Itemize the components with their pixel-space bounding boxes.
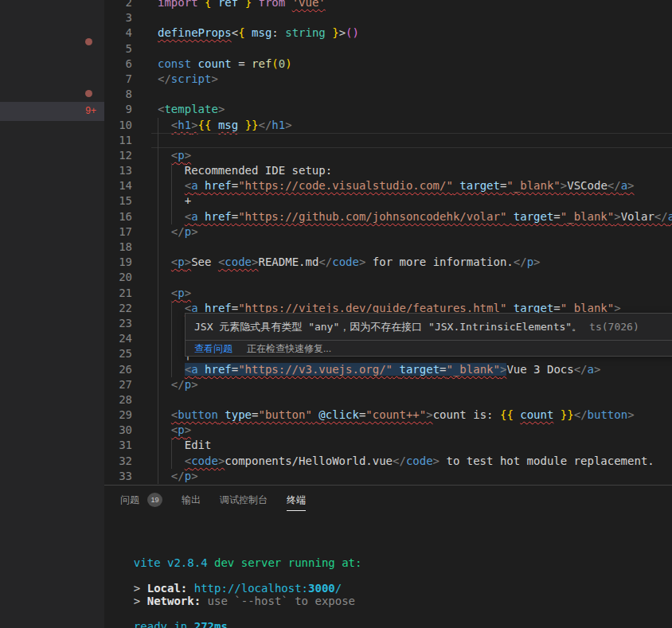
code-line-content: Edit bbox=[132, 438, 672, 453]
code-token: = bbox=[553, 210, 560, 223]
code-token: href bbox=[205, 179, 232, 192]
code-token: defineProps bbox=[158, 26, 232, 39]
line-number: 33 bbox=[104, 469, 132, 484]
terminal-token: vite v2.8.4 bbox=[134, 556, 208, 569]
terminal-token: Network: bbox=[147, 595, 201, 607]
indent-guide-line bbox=[158, 286, 158, 301]
line-number: 20 bbox=[104, 270, 132, 285]
code-line[interactable]: 17 </p> bbox=[104, 224, 672, 240]
code-line[interactable]: 19 <p>See <code>README.md</code> for mor… bbox=[104, 255, 672, 270]
indent-guide-line bbox=[158, 331, 158, 346]
indent-guide-line bbox=[171, 209, 172, 224]
code-line[interactable]: 3 bbox=[104, 10, 672, 25]
code-token bbox=[553, 408, 560, 421]
code-line[interactable]: 32 <code>components/HelloWorld.vue</code… bbox=[104, 454, 672, 469]
code-line[interactable]: 33 </p> bbox=[104, 469, 672, 484]
code-line[interactable]: 31 Edit bbox=[104, 438, 672, 453]
code-line-content: <a href="https://github.com/johnsoncodeh… bbox=[132, 209, 672, 224]
code-line[interactable]: 11 bbox=[104, 133, 672, 148]
code-token: count bbox=[198, 57, 232, 70]
code-line[interactable]: 29 <button type="button" @click="count++… bbox=[104, 408, 672, 423]
code-line-content: <code>components/HelloWorld.vue</code> t… bbox=[132, 454, 672, 469]
code-token bbox=[211, 119, 217, 131]
code-line[interactable]: 6const count = ref(0) bbox=[104, 57, 672, 72]
tooltip-actions: 查看问题 正在检查快速修复... bbox=[186, 340, 672, 357]
code-token: type bbox=[225, 408, 252, 421]
code-line[interactable]: 28 bbox=[104, 392, 672, 408]
code-token: < bbox=[185, 363, 191, 376]
line-number: 17 bbox=[104, 224, 132, 240]
code-token: code bbox=[332, 255, 359, 268]
code-line[interactable]: 18 bbox=[104, 240, 672, 255]
code-token: ) bbox=[285, 57, 291, 70]
line-number: 10 bbox=[104, 118, 132, 133]
terminal-output[interactable]: vite v2.8.4 dev server running at: > Loc… bbox=[104, 514, 672, 628]
code-line[interactable]: 7</script> bbox=[104, 72, 672, 87]
code-line-content bbox=[132, 10, 672, 25]
terminal-token: > bbox=[120, 595, 147, 607]
indent-guide-line bbox=[171, 331, 172, 346]
code-token: = bbox=[232, 210, 238, 223]
panel-tab-problems[interactable]: 问题19 bbox=[120, 486, 162, 514]
vscode-window: { "colors":{ "editor_bg":"#1e1e1e","side… bbox=[0, 0, 672, 628]
code-token: p bbox=[527, 255, 533, 268]
code-token: Recommended IDE setup: bbox=[185, 164, 332, 177]
code-token: = bbox=[440, 363, 446, 376]
code-line[interactable]: 4defineProps<{ msg: string }>() bbox=[104, 25, 672, 41]
code-line[interactable]: 20 bbox=[104, 270, 672, 285]
indent-guide-line bbox=[158, 148, 158, 163]
code-line-content: <button type="button" @click="count++">c… bbox=[132, 408, 672, 423]
code-token: target bbox=[459, 179, 500, 192]
selected-file-row[interactable]: 9+ bbox=[0, 102, 104, 121]
line-number: 24 bbox=[104, 331, 132, 346]
code-line[interactable]: 16 <a href="https://github.com/johnsonco… bbox=[104, 209, 672, 224]
code-token: href bbox=[205, 210, 232, 223]
code-editor[interactable]: 2import { ref } from 'vue'34defineProps<… bbox=[104, 0, 672, 485]
code-line[interactable]: 27 </p> bbox=[104, 377, 672, 392]
code-token bbox=[238, 119, 244, 131]
code-line[interactable]: 21 <p> bbox=[104, 286, 672, 301]
code-line[interactable]: 12 <p> bbox=[104, 148, 672, 163]
view-problem-link[interactable]: 查看问题 bbox=[194, 342, 232, 356]
code-token: > bbox=[211, 72, 217, 85]
terminal-token: Local: bbox=[147, 582, 188, 595]
code-token bbox=[158, 255, 171, 268]
error-code: ts(7026) bbox=[589, 321, 639, 333]
code-token: p bbox=[185, 225, 191, 238]
bottom-panel: 问题19输出调试控制台终端 vite v2.8.4 dev server run… bbox=[104, 485, 672, 628]
code-line[interactable]: 2import { ref } from 'vue' bbox=[104, 0, 672, 10]
terminal-line: ready in 272ms. bbox=[120, 620, 672, 628]
panel-tab-output[interactable]: 输出 bbox=[182, 486, 201, 514]
code-line-content: <h1>{{ msg }}</h1> bbox=[132, 118, 672, 133]
code-line[interactable]: 15 + bbox=[104, 193, 672, 209]
code-token: from bbox=[259, 0, 286, 9]
panel-tab-terminal[interactable]: 终端 bbox=[287, 486, 306, 514]
code-line[interactable]: 26 <a href="https://v3.vuejs.org/" targe… bbox=[104, 362, 672, 377]
code-line[interactable]: 30 <p> bbox=[104, 423, 672, 438]
code-line[interactable]: 13 Recommended IDE setup: bbox=[104, 163, 672, 178]
code-line[interactable]: 8 bbox=[104, 87, 672, 102]
code-line-content: </script> bbox=[132, 72, 672, 87]
code-token: > bbox=[561, 179, 567, 192]
code-token: </ bbox=[608, 179, 621, 192]
line-number: 30 bbox=[104, 423, 132, 438]
code-line[interactable]: 5 bbox=[104, 41, 672, 57]
code-line-content: import { ref } from 'vue' bbox=[132, 0, 672, 10]
terminal-line bbox=[120, 569, 672, 582]
terminal-lines: vite v2.8.4 dev server running at: > Loc… bbox=[120, 556, 672, 628]
code-token: Volar bbox=[621, 210, 654, 223]
code-token: > bbox=[339, 26, 346, 39]
terminal-token bbox=[208, 556, 214, 569]
panel-tab-debug-console[interactable]: 调试控制台 bbox=[220, 486, 268, 514]
code-token: > bbox=[533, 255, 540, 268]
code-line[interactable]: 14 <a href="https://code.visualstudio.co… bbox=[104, 178, 672, 193]
panel-tab-label: 问题 bbox=[120, 493, 139, 507]
code-token: </ bbox=[654, 210, 668, 223]
indent-guide-line bbox=[158, 377, 158, 392]
code-token: a bbox=[588, 363, 594, 376]
code-line[interactable]: 9<template> bbox=[104, 102, 672, 117]
line-number: 14 bbox=[104, 178, 132, 193]
code-token: > bbox=[627, 179, 634, 192]
code-line[interactable]: 10 <h1>{{ msg }}</h1> bbox=[104, 118, 672, 133]
line-number: 16 bbox=[104, 209, 132, 224]
